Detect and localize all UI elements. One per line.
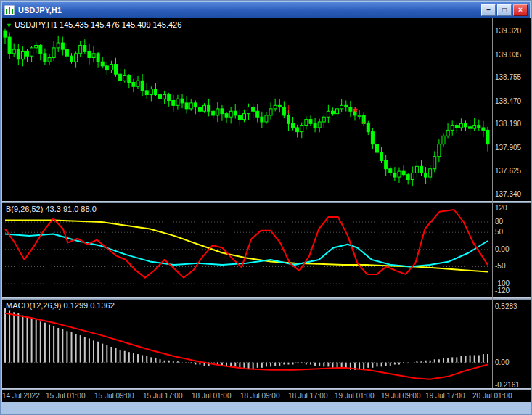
macd-histogram — [5, 308, 488, 370]
time-axis-label: 14 Jul 2022 — [2, 392, 40, 400]
macd-values: 0.1299 0.1362 — [63, 301, 114, 310]
ohlc-values: 145.435 145.476 145.409 145.426 — [60, 20, 181, 29]
macd-axis-label: -0.2161 — [495, 381, 520, 389]
oscillator-panel[interactable] — [2, 203, 492, 297]
oscillator-axis-label: 120 — [495, 204, 507, 212]
oscillator-axis-label: 0.00 — [495, 245, 509, 253]
oscillator-label: B(9,26,52) 43.3 91.0 88.0 — [6, 205, 97, 213]
main-price-panel[interactable]: ↓*↓ — [2, 18, 492, 201]
price-axis-label: 139.035 — [495, 51, 521, 59]
oscillator-axis-label: 50 — [495, 228, 503, 236]
macd-axis-label: 0.5283 — [495, 303, 517, 311]
trend-down-icon: ▼ — [6, 22, 12, 29]
time-axis-label: 18 Jul 09:00 — [240, 392, 280, 400]
macd-panel[interactable] — [2, 300, 492, 388]
close-button[interactable]: × — [513, 4, 528, 16]
macd-signal-line — [5, 313, 488, 379]
candles-layer — [4, 29, 489, 186]
chart-client-area: ↓*↓ 14 Jul 202215 Jul 01:0015 Jul 09:001… — [2, 18, 531, 402]
title-bar[interactable]: USDJPY,H1 – □ × — [2, 2, 530, 18]
chart-window: USDJPY,H1 – □ × ↓*↓ 14 Jul 202215 Jul 01… — [0, 0, 532, 415]
macd-axis-label: 0.00 — [495, 358, 509, 366]
oscillator-axis-label: -120 — [495, 287, 510, 295]
price-axis-label: 137.625 — [495, 167, 521, 175]
time-axis-label: 15 Jul 01:00 — [46, 392, 86, 400]
price-axis-label: 138.470 — [495, 97, 521, 105]
macd-name: MACD(12,26,9) — [6, 301, 61, 310]
price-axis-label: 137.340 — [495, 190, 521, 198]
minimize-button[interactable]: – — [481, 4, 496, 16]
time-axis-label: 15 Jul 17:00 — [143, 392, 183, 400]
time-axis-label: 20 Jul 01:00 — [472, 392, 512, 400]
ohlc-symbol: USDJPY,H1 — [15, 20, 57, 29]
ohlc-readout: ▼USDJPY,H1 145.435 145.476 145.409 145.4… — [6, 20, 181, 29]
window-controls: – □ × — [481, 4, 528, 16]
time-axis-label: 18 Jul 01:00 — [192, 392, 232, 400]
time-axis[interactable]: 14 Jul 202215 Jul 01:0015 Jul 09:0015 Ju… — [2, 390, 531, 402]
oscillator-line-main-red — [5, 210, 488, 278]
oscillator-axis-label: -50 — [495, 262, 505, 270]
sell-arrow-2: ↓ — [360, 112, 367, 127]
price-axis-label: 138.755 — [495, 73, 521, 81]
price-axis-label: 139.320 — [495, 27, 521, 35]
panel-separator-1[interactable] — [2, 201, 531, 203]
chart-window-icon — [4, 5, 15, 15]
oscillator-axis-label: 80 — [495, 218, 503, 226]
sell-arrow-1: ↓ — [285, 101, 292, 116]
time-axis-label: 19 Jul 17:00 — [425, 392, 465, 400]
signal-markers: ↓*↓ — [285, 101, 367, 127]
oscillator-values: 43.3 91.0 88.0 — [45, 205, 96, 213]
price-axis-label: 137.905 — [495, 144, 521, 152]
time-axis-label: 19 Jul 01:00 — [335, 392, 375, 400]
oscillator-name: B(9,26,52) — [6, 205, 43, 213]
price-axis-label: 138.190 — [495, 120, 521, 128]
panel-separator-2[interactable] — [2, 297, 531, 300]
time-axis-label: 18 Jul 17:00 — [288, 392, 328, 400]
time-axis-label: 19 Jul 09:00 — [381, 392, 421, 400]
window-title: USDJPY,H1 — [18, 6, 62, 15]
time-axis-label: 15 Jul 09:00 — [94, 392, 134, 400]
macd-label: MACD(12,26,9) 0.1299 0.1362 — [6, 301, 115, 310]
restore-button[interactable]: □ — [497, 4, 512, 16]
star-marker: * — [353, 105, 358, 119]
